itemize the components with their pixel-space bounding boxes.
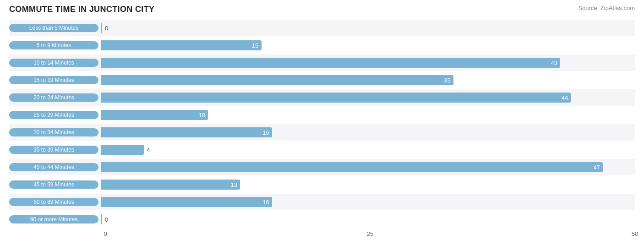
bar-row: 15 to 19 Minutes33 bbox=[9, 72, 635, 88]
bar-value: 15 bbox=[252, 42, 261, 49]
bar-label: 15 to 19 Minutes bbox=[9, 76, 98, 84]
x-tick: 0 bbox=[104, 230, 107, 237]
bar-container: 16 bbox=[101, 194, 635, 210]
bar-container: 43 bbox=[101, 55, 635, 71]
chart-area: Less than 5 Minutes05 to 9 Minutes1510 t… bbox=[9, 20, 635, 240]
bar-label: 60 to 89 Minutes bbox=[9, 198, 98, 206]
x-axis: 02550 bbox=[9, 230, 635, 240]
bar-fill: 16 bbox=[101, 127, 272, 137]
bars-container: Less than 5 Minutes05 to 9 Minutes1510 t… bbox=[9, 20, 635, 228]
chart-title: COMMUTE TIME IN JUNCTION CITY bbox=[9, 5, 154, 14]
bar-row: 20 to 24 Minutes44 bbox=[9, 89, 635, 106]
bar-row: Less than 5 Minutes0 bbox=[9, 20, 635, 36]
bar-container: 4 bbox=[101, 142, 635, 158]
bar-fill bbox=[101, 145, 144, 155]
x-tick: 25 bbox=[367, 230, 373, 237]
bar-value: 13 bbox=[230, 181, 240, 188]
bar-container: 10 bbox=[101, 107, 635, 123]
bar-label: 25 to 29 Minutes bbox=[9, 111, 98, 119]
bar-row: 10 to 14 Minutes43 bbox=[9, 55, 635, 71]
bar-fill: 44 bbox=[101, 93, 571, 103]
x-tick: 50 bbox=[632, 230, 638, 237]
bar-row: 60 to 89 Minutes16 bbox=[9, 194, 635, 210]
source-label: Source: ZipAtlas.com bbox=[578, 5, 635, 11]
bar-row: 45 to 59 Minutes13 bbox=[9, 176, 635, 193]
bar-label: 10 to 14 Minutes bbox=[9, 59, 98, 67]
bar-value: 33 bbox=[444, 77, 453, 84]
bar-value-outside: 0 bbox=[105, 25, 108, 32]
bar-row: 30 to 34 Minutes16 bbox=[9, 124, 635, 141]
bar-label: 45 to 59 Minutes bbox=[9, 180, 98, 189]
bar-container: 15 bbox=[101, 37, 635, 54]
bar-value-outside: 0 bbox=[105, 216, 108, 223]
bar-label: 40 to 44 Minutes bbox=[9, 163, 98, 171]
bar-row: 5 to 9 Minutes15 bbox=[9, 37, 635, 54]
bar-value: 44 bbox=[562, 94, 571, 101]
bar-label: 30 to 34 Minutes bbox=[9, 128, 98, 136]
bar-row: 90 or more Minutes0 bbox=[9, 211, 635, 228]
bar-fill: 47 bbox=[101, 162, 603, 172]
bar-container: 33 bbox=[101, 72, 635, 88]
bar-label: 35 to 39 Minutes bbox=[9, 146, 98, 154]
bar-fill: 33 bbox=[101, 75, 453, 85]
bar-row: 40 to 44 Minutes47 bbox=[9, 159, 635, 175]
bar-label: Less than 5 Minutes bbox=[9, 24, 98, 32]
bar-fill: 13 bbox=[101, 180, 240, 190]
bar-row: 35 to 39 Minutes4 bbox=[9, 142, 635, 158]
bar-value-outside: 4 bbox=[147, 147, 150, 153]
bar-container: 44 bbox=[101, 89, 635, 106]
bar-container: 0 bbox=[101, 20, 635, 36]
bar-value: 16 bbox=[262, 129, 272, 136]
bar-fill: 10 bbox=[101, 110, 208, 120]
bar-fill bbox=[101, 214, 102, 224]
bar-fill: 15 bbox=[101, 40, 262, 50]
bar-label: 5 to 9 Minutes bbox=[9, 41, 98, 49]
bar-value: 47 bbox=[594, 164, 603, 171]
bar-fill: 43 bbox=[101, 58, 560, 68]
bar-value: 16 bbox=[262, 199, 272, 206]
bar-label: 20 to 24 Minutes bbox=[9, 93, 98, 102]
bar-row: 25 to 29 Minutes10 bbox=[9, 107, 635, 123]
bar-container: 47 bbox=[101, 159, 635, 175]
bar-container: 16 bbox=[101, 124, 635, 141]
bar-value: 43 bbox=[551, 60, 560, 66]
bar-container: 0 bbox=[101, 211, 635, 228]
bar-container: 13 bbox=[101, 176, 635, 193]
bar-value: 10 bbox=[199, 112, 208, 119]
bar-fill bbox=[101, 23, 102, 33]
bar-fill: 16 bbox=[101, 197, 272, 207]
bar-label: 90 or more Minutes bbox=[9, 215, 98, 224]
